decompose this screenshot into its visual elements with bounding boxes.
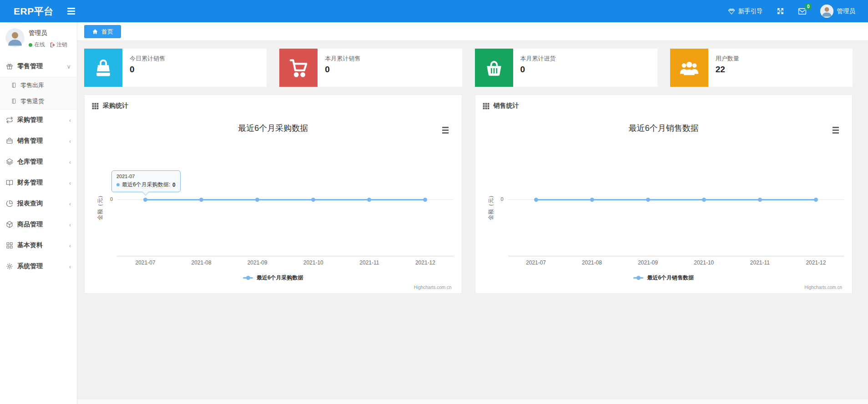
stat-cards-row: 今日累计销售 0 本月累计销售 0 (84, 49, 853, 87)
x-axis-line (117, 256, 454, 256)
sidebar-item-products[interactable]: 商品管理 ‹ (0, 214, 77, 235)
chart-tooltip: 2021-07 最近6个月采购数据: 0 (111, 170, 181, 192)
series-line (146, 199, 425, 200)
sidebar-item-sales[interactable]: 销售管理 ‹ (0, 130, 77, 151)
logout-link[interactable]: 注销 (50, 41, 67, 49)
guide-link[interactable]: 新手引导 (728, 7, 763, 15)
legend-marker-icon (633, 277, 643, 279)
sidebar-item-retail[interactable]: 零售管理 ∨ (0, 56, 77, 77)
highcharts-credit[interactable]: Highcharts.com.cn (804, 285, 842, 290)
stat-card-value: 0 (520, 65, 556, 75)
plot-area (508, 117, 844, 271)
legend-item[interactable]: 最近6个月采购数据 (85, 274, 462, 282)
purchase-chart: 最近6个月采购数据 金额（元） 0 2021-072021-082021-092… (85, 117, 462, 293)
legend-item[interactable]: 最近6个月销售数据 (475, 274, 853, 282)
stat-card-label: 本月累计进货 (520, 55, 556, 63)
data-point-marker[interactable] (367, 198, 371, 202)
sidebar-item-purchase[interactable]: 采购管理 ‹ (0, 110, 77, 130)
message-count-badge: 0 (805, 4, 812, 10)
sidebar-item-reports[interactable]: 报表查询 ‹ (0, 193, 77, 214)
x-tick-label: 2021-11 (750, 259, 770, 266)
chevron-left-icon: ‹ (69, 221, 71, 228)
tooltip-value: 0 (172, 182, 176, 188)
sidebar: 管理员 在线 注销 (0, 22, 77, 404)
highcharts-credit[interactable]: Highcharts.com.cn (414, 285, 452, 290)
purchase-stats-panel: 采购统计 最近6个月采购数据 金额（元） 0 2021-072021-08202… (84, 95, 462, 294)
chart-panels-row: 采购统计 最近6个月采购数据 金额（元） 0 2021-072021-08202… (84, 95, 853, 294)
tooltip-series-dot (116, 183, 120, 186)
sidebar-item-retail-outbound[interactable]: 零售出库 (0, 77, 77, 93)
data-point-marker[interactable] (199, 198, 203, 202)
data-point-marker[interactable] (646, 198, 650, 202)
sidebar-item-system[interactable]: 系统管理 ‹ (0, 256, 77, 277)
page-footer (77, 399, 868, 404)
data-point-marker[interactable] (814, 198, 818, 202)
online-status-icon (29, 43, 32, 47)
stat-card-user-count: 用户数量 22 (670, 49, 853, 87)
sales-stats-panel: 销售统计 最近6个月销售数据 金额（元） 0 2021-072021-08202… (475, 95, 853, 294)
tab-home[interactable]: 首页 (84, 25, 121, 38)
avatar (5, 28, 25, 49)
plot-area (117, 117, 454, 271)
user-menu[interactable]: 管理员 (820, 5, 856, 18)
tooltip-category: 2021-07 (116, 174, 176, 179)
top-navbar: ERP平台 新手引导 0 (0, 0, 868, 22)
sales-chart: 最近6个月销售数据 金额（元） 0 2021-072021-082021-092… (475, 117, 853, 293)
data-point-marker[interactable] (702, 198, 706, 202)
app-logo[interactable]: ERP平台 (0, 5, 54, 18)
x-axis-line (508, 256, 844, 256)
x-tick-label: 2021-08 (582, 259, 602, 266)
sidebar-item-basic-data[interactable]: 基本资料 ‹ (0, 235, 77, 256)
x-tick-label: 2021-12 (415, 259, 435, 266)
home-icon (92, 29, 98, 35)
data-point-marker[interactable] (590, 198, 594, 202)
data-point-marker[interactable] (311, 198, 315, 202)
users-icon (670, 49, 708, 87)
series-line (536, 199, 816, 200)
chevron-left-icon: ‹ (69, 159, 71, 165)
x-tick-label: 2021-10 (303, 259, 323, 266)
sidebar-toggle-button[interactable] (67, 8, 75, 15)
x-tick-label: 2021-12 (806, 259, 826, 266)
messages-button[interactable]: 0 (798, 8, 807, 15)
x-tick-label: 2021-09 (638, 259, 658, 266)
stat-card-label: 用户数量 (716, 55, 739, 63)
chevron-left-icon: ‹ (69, 117, 71, 124)
x-axis-labels: 2021-072021-082021-092021-102021-112021-… (117, 259, 454, 267)
data-point-marker[interactable] (758, 198, 762, 202)
data-point-marker[interactable] (143, 198, 147, 202)
gift-icon (6, 63, 17, 70)
stat-card-label: 今日累计销售 (130, 55, 165, 63)
tab-bar: 首页 (77, 22, 868, 41)
box-icon (6, 221, 17, 228)
stat-card-label: 本月累计销售 (325, 55, 360, 63)
data-point-marker[interactable] (423, 198, 427, 202)
sidebar-item-finance[interactable]: 财务管理 ‹ (0, 172, 77, 193)
sidebar-user-name: 管理员 (29, 29, 67, 37)
x-tick-label: 2021-07 (526, 259, 546, 266)
sidebar-item-retail-return[interactable]: 零售退货 (0, 93, 77, 109)
data-point-marker[interactable] (534, 198, 538, 202)
y-tick-label: 0 (101, 196, 113, 202)
open-book-icon (6, 179, 17, 186)
legend-label: 最近6个月采购数据 (257, 274, 303, 282)
x-tick-label: 2021-10 (694, 259, 714, 266)
x-tick-label: 2021-07 (136, 259, 156, 266)
online-status-label: 在线 (34, 41, 45, 49)
chevron-left-icon: ‹ (69, 242, 71, 249)
briefcase-icon (6, 137, 17, 145)
gem-icon (728, 8, 735, 15)
fullscreen-button[interactable] (777, 7, 784, 15)
data-point-marker[interactable] (255, 198, 259, 202)
tooltip-series-label: 最近6个月采购数据: (122, 181, 170, 189)
avatar (820, 5, 833, 18)
main-content: 今日累计销售 0 本月累计销售 0 (77, 41, 868, 399)
shopping-cart-icon (279, 49, 318, 87)
sidebar-item-warehouse[interactable]: 仓库管理 ‹ (0, 151, 77, 172)
chevron-left-icon: ‹ (69, 180, 71, 186)
chevron-left-icon: ‹ (69, 263, 71, 270)
retail-submenu: 零售出库 零售退货 (0, 77, 77, 110)
book-icon (11, 82, 20, 88)
logout-icon (50, 42, 55, 48)
legend-label: 最近6个月销售数据 (647, 274, 694, 282)
